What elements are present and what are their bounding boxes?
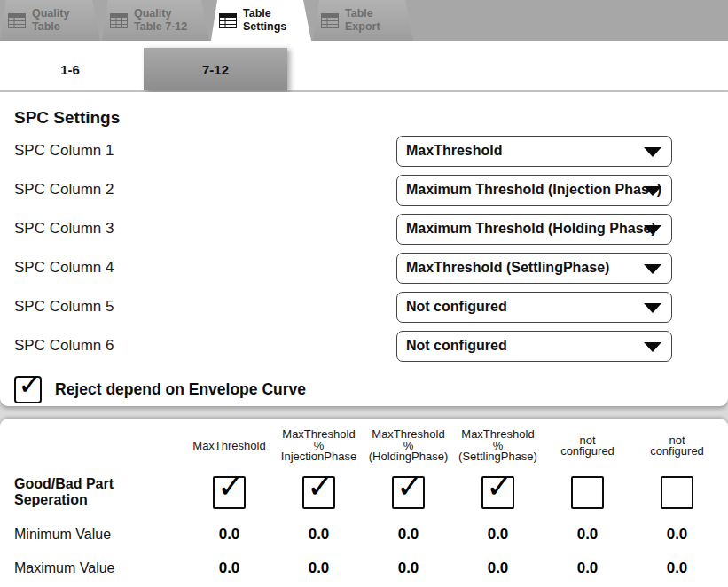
- minimum-value-1[interactable]: 0.0: [184, 518, 274, 552]
- separation-cell: [632, 466, 722, 518]
- maximum-value-row-label: Maximum Value: [0, 552, 184, 585]
- main-tab-bar: Quality Table Quality Table 7-12 Table S…: [0, 0, 728, 41]
- spc-column-6-dropdown[interactable]: Not configured: [396, 331, 672, 362]
- spc-column-3-dropdown[interactable]: Maximum Threshold (Holding Phase): [396, 214, 672, 245]
- check-icon: ✓: [307, 471, 333, 503]
- tab-label-line2: Export: [345, 20, 380, 34]
- minimum-value-5[interactable]: 0.0: [543, 518, 632, 552]
- minimum-value-4[interactable]: 0.0: [453, 518, 543, 552]
- spc-column-1-row: SPC Column 1 MaxThreshold: [14, 131, 728, 170]
- maximum-value-1[interactable]: 0.0: [184, 552, 274, 585]
- table-grid-icon: [8, 13, 26, 28]
- separation-cell: [543, 466, 632, 518]
- tab-quality-table-7-12[interactable]: Quality Table 7-12: [102, 0, 209, 41]
- chevron-down-icon: [644, 342, 661, 352]
- table-grid-icon: [110, 13, 128, 28]
- reject-envelope-row: ✓ Reject depend on Envelope Curve: [14, 376, 728, 403]
- separation-cell: ✓: [453, 466, 543, 518]
- spc-rows: SPC Column 1 MaxThreshold SPC Column 2 M…: [14, 131, 728, 365]
- tab-label-line1: Quality: [32, 7, 69, 20]
- spc-table-panel: MaxThreshold MaxThreshold % InjectionPha…: [0, 419, 728, 587]
- tab-table-settings[interactable]: Table Settings: [211, 0, 311, 41]
- separation-checkbox-4[interactable]: ✓: [481, 476, 514, 509]
- spc-column-3-row: SPC Column 3 Maximum Threshold (Holding …: [14, 209, 728, 248]
- separation-checkbox-1[interactable]: ✓: [213, 476, 246, 509]
- maximum-value-3[interactable]: 0.0: [364, 552, 453, 585]
- header-spacer: [0, 426, 184, 466]
- column-header: MaxThreshold % (SettlingPhase): [453, 426, 543, 466]
- subtab-7-12[interactable]: 7-12: [144, 48, 287, 90]
- table-grid-icon: [321, 13, 339, 28]
- check-icon: ✓: [396, 471, 423, 503]
- tab-label-line1: Table: [243, 7, 286, 20]
- sub-tab-bar: 1-6 7-12: [0, 41, 728, 92]
- separation-row-label: Good/Bad Part Seperation: [0, 466, 184, 518]
- separation-checkbox-6[interactable]: [661, 476, 693, 509]
- tab-label-line2: Table 7-12: [134, 20, 187, 34]
- spc-column-5-row: SPC Column 5 Not configured: [14, 287, 728, 326]
- check-icon: ✓: [18, 370, 43, 399]
- minimum-value-2[interactable]: 0.0: [274, 518, 364, 552]
- spc-column-6-label: SPC Column 6: [14, 337, 396, 355]
- column-header: not configured: [543, 426, 632, 466]
- spc-column-4-label: SPC Column 4: [14, 259, 396, 277]
- spc-column-4-dropdown[interactable]: MaxThreshold (SettlingPhase): [396, 253, 672, 284]
- chevron-down-icon: [644, 186, 661, 196]
- spc-column-5-dropdown[interactable]: Not configured: [396, 292, 672, 323]
- reject-envelope-label: Reject depend on Envelope Curve: [55, 380, 306, 399]
- maximum-value-6[interactable]: 0.0: [632, 552, 722, 585]
- spc-column-5-label: SPC Column 5: [14, 298, 396, 316]
- separation-checkbox-3[interactable]: ✓: [392, 476, 425, 509]
- spc-column-1-dropdown[interactable]: MaxThreshold: [396, 136, 672, 167]
- dropdown-value: Maximum Threshold (Holding Phase): [406, 221, 656, 237]
- chevron-down-icon: [644, 303, 661, 313]
- spc-column-1-label: SPC Column 1: [14, 142, 396, 160]
- separation-cell: ✓: [364, 466, 453, 518]
- table-grid-icon: [219, 13, 237, 28]
- reject-envelope-checkbox[interactable]: ✓: [14, 376, 42, 403]
- maximum-value-4[interactable]: 0.0: [453, 552, 543, 585]
- minimum-value-6[interactable]: 0.0: [632, 518, 722, 552]
- maximum-value-2[interactable]: 0.0: [274, 552, 364, 585]
- maximum-value-5[interactable]: 0.0: [543, 552, 632, 585]
- spc-column-3-label: SPC Column 3: [14, 220, 396, 238]
- chevron-down-icon: [644, 264, 661, 274]
- separation-checkbox-5[interactable]: [571, 476, 604, 509]
- spc-column-2-row: SPC Column 2 Maximum Threshold (Injectio…: [14, 170, 728, 209]
- spc-table: MaxThreshold MaxThreshold % InjectionPha…: [0, 426, 728, 585]
- column-header: MaxThreshold % (HoldingPhase): [364, 426, 453, 466]
- dropdown-value: Maximum Threshold (Injection Phase): [406, 182, 661, 198]
- separation-cell: ✓: [184, 466, 274, 518]
- column-header: not configured: [632, 426, 722, 466]
- minimum-value-3[interactable]: 0.0: [364, 518, 453, 552]
- subtab-1-6[interactable]: 1-6: [16, 48, 124, 90]
- tab-label-line1: Quality: [134, 7, 187, 20]
- separation-checkbox-2[interactable]: ✓: [302, 476, 335, 509]
- tab-label-line2: Settings: [243, 20, 286, 34]
- minimum-value-row-label: Minimum Value: [0, 518, 184, 552]
- tab-quality-table[interactable]: Quality Table: [0, 0, 100, 41]
- tab-label-line2: Table: [32, 20, 69, 34]
- dropdown-value: MaxThreshold: [406, 143, 502, 159]
- spc-settings-panel: SPC Settings SPC Column 1 MaxThreshold S…: [0, 92, 728, 406]
- column-header: MaxThreshold % InjectionPhase: [274, 426, 364, 466]
- check-icon: ✓: [486, 471, 513, 503]
- spc-column-6-row: SPC Column 6 Not configured: [14, 326, 728, 365]
- separation-cell: ✓: [274, 466, 364, 518]
- chevron-down-icon: [644, 225, 661, 235]
- chevron-down-icon: [644, 147, 661, 157]
- tab-label-line1: Table: [345, 7, 380, 20]
- check-icon: ✓: [217, 471, 244, 503]
- spc-column-2-dropdown[interactable]: Maximum Threshold (Injection Phase): [396, 175, 672, 206]
- dropdown-value: MaxThreshold (SettlingPhase): [406, 260, 609, 276]
- spc-column-4-row: SPC Column 4 MaxThreshold (SettlingPhase…: [14, 248, 728, 287]
- column-header: MaxThreshold: [184, 426, 274, 466]
- spc-settings-title: SPC Settings: [14, 108, 728, 128]
- screen: Quality Table Quality Table 7-12 Table S…: [0, 0, 728, 587]
- dropdown-value: Not configured: [406, 338, 507, 354]
- tab-table-export[interactable]: Table Export: [313, 0, 413, 41]
- dropdown-value: Not configured: [406, 299, 507, 315]
- spc-column-2-label: SPC Column 2: [14, 181, 396, 199]
